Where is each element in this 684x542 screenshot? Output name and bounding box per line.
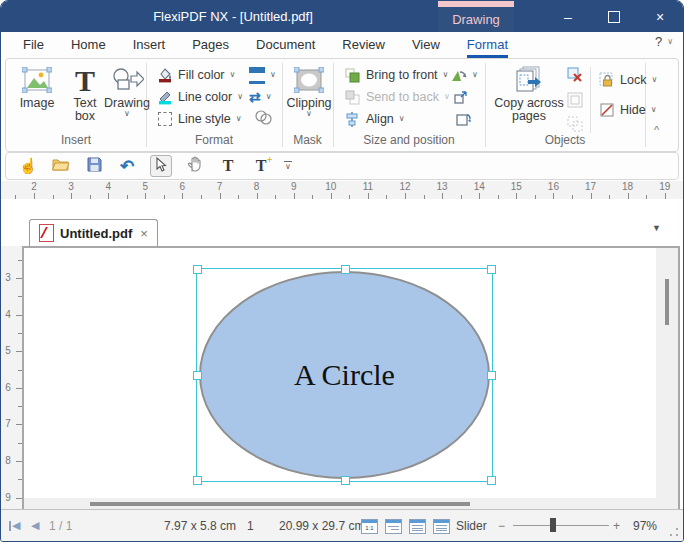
menu-review[interactable]: Review	[342, 32, 385, 58]
send-to-back-button[interactable]: Send to back ∨	[344, 86, 450, 108]
link-tool-button[interactable]: ☝	[18, 156, 38, 176]
selection-handle[interactable]	[193, 371, 202, 380]
ruler-number: 6	[173, 181, 191, 192]
zoom-in-button[interactable]: +	[613, 510, 620, 541]
line-ends-icon: ⇄	[249, 90, 261, 104]
line-color-button[interactable]: Line color ∨	[156, 86, 243, 108]
canvas[interactable]: A Circle	[22, 246, 680, 515]
clipping-button[interactable]: Clipping ∨	[286, 63, 332, 125]
selection-handle[interactable]	[487, 265, 496, 274]
window-title: FlexiPDF NX - [Untitled.pdf]	[83, 1, 383, 32]
previous-page-button[interactable]: ◀	[31, 510, 39, 541]
hide-button[interactable]: Hide ∨	[598, 99, 657, 121]
menu-format[interactable]: Format	[467, 32, 508, 58]
ruler-number: 5	[136, 181, 154, 192]
menu-document[interactable]: Document	[256, 32, 315, 58]
context-tab-drawing[interactable]: Drawing	[438, 1, 514, 32]
selection-handle[interactable]	[487, 371, 496, 380]
drawing-icon	[110, 63, 144, 97]
fill-color-button[interactable]: Fill color ∨	[156, 64, 235, 86]
selection-size-indicator: 7.97 x 5.8 cm	[164, 510, 236, 541]
fit-width-button[interactable]	[385, 519, 402, 534]
menu-insert[interactable]: Insert	[133, 32, 166, 58]
document-tab[interactable]: Untitled.pdf ×	[29, 219, 158, 246]
text-tool-button[interactable]: T	[218, 156, 238, 176]
transform-button[interactable]	[454, 108, 471, 130]
ungroup-objects-button[interactable]	[566, 113, 583, 135]
help-button[interactable]: ? ∨	[655, 34, 673, 49]
select-tool-button[interactable]	[150, 155, 172, 177]
save-button[interactable]	[84, 156, 104, 176]
toolbar-options-button[interactable]: ∨	[284, 161, 292, 171]
group-objects-button[interactable]	[566, 89, 583, 111]
fill-color-icon	[156, 67, 173, 84]
quick-access-toolbar: ☝ ↶	[5, 152, 679, 180]
drawing-button[interactable]: Drawing ∨	[102, 63, 152, 125]
minimize-button[interactable]: –	[545, 1, 591, 32]
ruler-number: 7	[3, 418, 13, 429]
selection-handle[interactable]	[341, 265, 350, 274]
align-icon	[344, 111, 361, 128]
ellipse-shape[interactable]: A Circle	[199, 271, 490, 479]
fit-page-button[interactable]	[409, 519, 426, 534]
selection-handle[interactable]	[193, 476, 202, 485]
ruler-number: 3	[3, 272, 13, 283]
zoom-slider-track[interactable]	[513, 525, 609, 526]
copy-across-pages-icon	[514, 63, 544, 97]
actual-size-button[interactable]: 1:1	[361, 519, 378, 534]
chevron-down-icon: ∨	[270, 71, 276, 79]
open-button[interactable]	[51, 156, 71, 176]
tab-list-dropdown-icon[interactable]: ▼	[652, 223, 661, 233]
zoom-slider[interactable]	[513, 510, 609, 541]
send-to-back-label: Send to back	[366, 90, 439, 104]
add-text-icon: T+	[256, 157, 267, 175]
vertical-scrollbar[interactable]	[665, 279, 669, 325]
ribbon: Image T Text box Drawing ∨ Insert	[5, 58, 679, 152]
fit-visible-button[interactable]	[433, 519, 450, 534]
first-page-button[interactable]: ◀	[9, 510, 20, 541]
ruler-number: 9	[3, 492, 13, 503]
copy-across-pages-button[interactable]: Copy across pages	[494, 63, 564, 125]
delete-object-button[interactable]	[566, 63, 583, 85]
undo-button[interactable]: ↶	[117, 156, 137, 176]
pan-tool-button[interactable]	[185, 156, 205, 176]
selection-handle[interactable]	[193, 265, 202, 274]
lock-button[interactable]: Lock ∨	[598, 69, 657, 91]
line-width-button[interactable]: ∨	[249, 64, 276, 86]
zoom-out-button[interactable]: −	[498, 510, 505, 541]
zoom-mode-buttons: 1:1	[361, 519, 457, 534]
resize-grip[interactable]	[670, 528, 678, 536]
close-button[interactable]: ×	[637, 1, 683, 32]
zoom-percentage: 97%	[633, 510, 657, 541]
bring-to-front-button[interactable]: Bring to front ∨	[344, 64, 448, 86]
rotate-button[interactable]: ∨	[450, 64, 478, 86]
add-text-tool-button[interactable]: T+	[251, 156, 271, 176]
page-nav-indicator: 1 / 1	[49, 510, 72, 541]
menu-file[interactable]: File	[23, 32, 44, 58]
selection-handle[interactable]	[341, 476, 350, 485]
line-ends-button[interactable]: ⇄ ∨	[249, 86, 272, 108]
ruler-number: 10	[322, 181, 340, 192]
collapse-ribbon-button[interactable]: ^	[654, 119, 659, 141]
mini-separator	[590, 67, 591, 133]
rotate-icon	[450, 67, 467, 84]
align-button[interactable]: Align ∨	[344, 108, 405, 130]
menu-pages[interactable]: Pages	[192, 32, 229, 58]
line-style-button[interactable]: Line style ∨	[156, 108, 242, 130]
selection-bounding-box[interactable]: A Circle	[196, 268, 493, 482]
ruler-number: 6	[3, 382, 13, 393]
merge-shapes-button[interactable]	[254, 108, 273, 130]
image-button[interactable]: Image	[14, 63, 60, 125]
zoom-slider-thumb[interactable]	[550, 518, 556, 532]
menu-home[interactable]: Home	[71, 32, 106, 58]
page-size-indicator: 20.99 x 29.7 cm	[279, 510, 364, 541]
tab-close-icon[interactable]: ×	[140, 226, 148, 241]
group-label-format: Format	[146, 133, 282, 147]
horizontal-scrollbar[interactable]	[90, 502, 470, 506]
status-bar: ◀ ◀ 1 / 1 7.97 x 5.8 cm 1 20.99 x 29.7 c…	[1, 509, 683, 541]
maximize-button[interactable]	[591, 1, 637, 32]
menu-view[interactable]: View	[412, 32, 440, 58]
resize-button[interactable]	[452, 86, 469, 108]
ruler-number: 8	[3, 455, 13, 466]
selection-handle[interactable]	[487, 476, 496, 485]
